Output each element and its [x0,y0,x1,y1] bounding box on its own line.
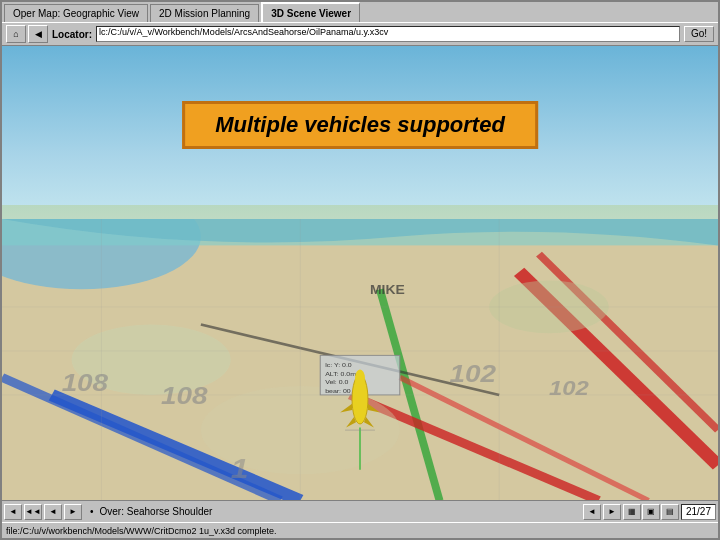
tab-geographic-view[interactable]: Oper Map: Geographic View [4,4,148,22]
3d-scene-view: MIKE lc: Y: 0.0 ALT: 0.0m Vel: 0.0 bear:… [2,46,718,500]
banner-text: Multiple vehicles supported [215,112,505,137]
bullet-indicator: • [90,506,94,517]
tab-3d-scene[interactable]: 3D Scene Viewer [261,2,360,22]
terrain-region: MIKE lc: Y: 0.0 ALT: 0.0m Vel: 0.0 bear:… [2,219,718,500]
svg-text:lc: Y: 0.0: lc: Y: 0.0 [325,361,352,368]
status-location-text: Over: Seahorse Shoulder [96,506,581,517]
svg-text:bear: 00: bear: 00 [325,387,351,394]
nav-fwd-btn[interactable]: ► [64,504,82,520]
status-icon-group: ▦ ▣ ▤ [623,504,679,520]
terrain-svg: MIKE lc: Y: 0.0 ALT: 0.0m Vel: 0.0 bear:… [2,219,718,500]
status-bar: ◄ ◄◄ ◄ ► • Over: Seahorse Shoulder ◄ ► ▦… [2,500,718,522]
toolbar-btn-2[interactable]: ◀ [28,25,48,43]
tab-bar: Oper Map: Geographic View 2D Mission Pla… [2,2,718,22]
go-button[interactable]: Go! [684,26,714,42]
tab-2d-mission[interactable]: 2D Mission Planning [150,4,259,22]
nav-back-btn-3[interactable]: ◄ [44,504,62,520]
page-indicator: 21/27 [681,504,716,520]
icon-btn-3[interactable]: ▤ [661,504,679,520]
svg-text:Vel: 0.0: Vel: 0.0 [325,378,349,385]
icon-btn-1[interactable]: ▦ [623,504,641,520]
svg-text:1: 1 [231,453,249,484]
toolbar-nav-buttons: ⌂ ◀ [6,25,48,43]
svg-text:ALT: 0.0m: ALT: 0.0m [325,369,356,376]
locator-field[interactable]: lc:/C:/u/v/A_v/Workbench/Models/ArcsAndS… [96,26,680,42]
toolbar: ⌂ ◀ Locator: lc:/C:/u/v/A_v/Workbench/Mo… [2,22,718,46]
nav-back-btn-2[interactable]: ◄◄ [24,504,42,520]
svg-text:108: 108 [161,381,208,409]
svg-text:MIKE: MIKE [370,282,405,296]
locator-label: Locator: [52,29,92,40]
svg-text:102: 102 [450,359,497,387]
svg-text:108: 108 [62,368,109,396]
svg-text:102: 102 [549,376,589,399]
nav-back-btn[interactable]: ◄ [4,504,22,520]
svg-point-27 [355,369,365,387]
toolbar-btn-1[interactable]: ⌂ [6,25,26,43]
status-arrow-right[interactable]: ► [603,504,621,520]
main-window: Oper Map: Geographic View 2D Mission Pla… [0,0,720,540]
file-path-bar: file:/C:/u/v/workbench/Models/WWW/CritDc… [2,522,718,538]
banner-overlay: Multiple vehicles supported [182,101,538,149]
icon-btn-2[interactable]: ▣ [642,504,660,520]
status-arrow-left[interactable]: ◄ [583,504,601,520]
file-path-text: file:/C:/u/v/workbench/Models/WWW/CritDc… [6,526,276,536]
